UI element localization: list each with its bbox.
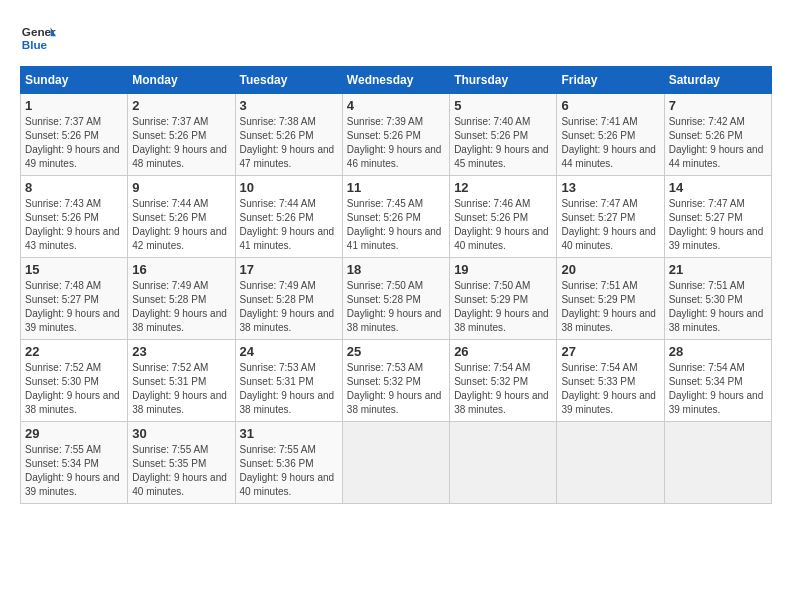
day-info: Sunrise: 7:51 AM Sunset: 5:30 PM Dayligh… — [669, 279, 767, 335]
calendar-cell: 9Sunrise: 7:44 AM Sunset: 5:26 PM Daylig… — [128, 176, 235, 258]
calendar-cell: 29Sunrise: 7:55 AM Sunset: 5:34 PM Dayli… — [21, 422, 128, 504]
calendar-cell: 6Sunrise: 7:41 AM Sunset: 5:26 PM Daylig… — [557, 94, 664, 176]
day-info: Sunrise: 7:54 AM Sunset: 5:34 PM Dayligh… — [669, 361, 767, 417]
calendar-cell: 4Sunrise: 7:39 AM Sunset: 5:26 PM Daylig… — [342, 94, 449, 176]
svg-text:Blue: Blue — [22, 38, 48, 51]
day-info: Sunrise: 7:47 AM Sunset: 5:27 PM Dayligh… — [561, 197, 659, 253]
calendar-cell: 22Sunrise: 7:52 AM Sunset: 5:30 PM Dayli… — [21, 340, 128, 422]
logo: General Blue — [20, 20, 56, 56]
calendar-cell: 19Sunrise: 7:50 AM Sunset: 5:29 PM Dayli… — [450, 258, 557, 340]
calendar-cell: 14Sunrise: 7:47 AM Sunset: 5:27 PM Dayli… — [664, 176, 771, 258]
day-number: 11 — [347, 180, 445, 195]
calendar-cell: 18Sunrise: 7:50 AM Sunset: 5:28 PM Dayli… — [342, 258, 449, 340]
calendar-cell — [557, 422, 664, 504]
day-info: Sunrise: 7:45 AM Sunset: 5:26 PM Dayligh… — [347, 197, 445, 253]
day-number: 13 — [561, 180, 659, 195]
day-number: 29 — [25, 426, 123, 441]
day-number: 1 — [25, 98, 123, 113]
day-info: Sunrise: 7:55 AM Sunset: 5:34 PM Dayligh… — [25, 443, 123, 499]
calendar-cell — [664, 422, 771, 504]
day-number: 27 — [561, 344, 659, 359]
calendar-cell: 17Sunrise: 7:49 AM Sunset: 5:28 PM Dayli… — [235, 258, 342, 340]
calendar-cell: 5Sunrise: 7:40 AM Sunset: 5:26 PM Daylig… — [450, 94, 557, 176]
col-header-thursday: Thursday — [450, 67, 557, 94]
day-number: 26 — [454, 344, 552, 359]
col-header-friday: Friday — [557, 67, 664, 94]
day-info: Sunrise: 7:49 AM Sunset: 5:28 PM Dayligh… — [132, 279, 230, 335]
day-info: Sunrise: 7:51 AM Sunset: 5:29 PM Dayligh… — [561, 279, 659, 335]
calendar-cell: 13Sunrise: 7:47 AM Sunset: 5:27 PM Dayli… — [557, 176, 664, 258]
day-info: Sunrise: 7:42 AM Sunset: 5:26 PM Dayligh… — [669, 115, 767, 171]
day-info: Sunrise: 7:49 AM Sunset: 5:28 PM Dayligh… — [240, 279, 338, 335]
calendar-table: SundayMondayTuesdayWednesdayThursdayFrid… — [20, 66, 772, 504]
calendar-cell — [342, 422, 449, 504]
day-info: Sunrise: 7:54 AM Sunset: 5:32 PM Dayligh… — [454, 361, 552, 417]
day-number: 16 — [132, 262, 230, 277]
day-number: 24 — [240, 344, 338, 359]
day-info: Sunrise: 7:55 AM Sunset: 5:36 PM Dayligh… — [240, 443, 338, 499]
day-number: 9 — [132, 180, 230, 195]
col-header-wednesday: Wednesday — [342, 67, 449, 94]
day-number: 23 — [132, 344, 230, 359]
calendar-cell: 15Sunrise: 7:48 AM Sunset: 5:27 PM Dayli… — [21, 258, 128, 340]
day-number: 28 — [669, 344, 767, 359]
day-number: 15 — [25, 262, 123, 277]
col-header-tuesday: Tuesday — [235, 67, 342, 94]
calendar-cell: 24Sunrise: 7:53 AM Sunset: 5:31 PM Dayli… — [235, 340, 342, 422]
day-number: 2 — [132, 98, 230, 113]
day-info: Sunrise: 7:41 AM Sunset: 5:26 PM Dayligh… — [561, 115, 659, 171]
calendar-cell: 7Sunrise: 7:42 AM Sunset: 5:26 PM Daylig… — [664, 94, 771, 176]
calendar-cell: 21Sunrise: 7:51 AM Sunset: 5:30 PM Dayli… — [664, 258, 771, 340]
col-header-sunday: Sunday — [21, 67, 128, 94]
calendar-cell: 26Sunrise: 7:54 AM Sunset: 5:32 PM Dayli… — [450, 340, 557, 422]
day-number: 6 — [561, 98, 659, 113]
day-number: 20 — [561, 262, 659, 277]
logo-icon: General Blue — [20, 20, 56, 56]
day-info: Sunrise: 7:46 AM Sunset: 5:26 PM Dayligh… — [454, 197, 552, 253]
day-info: Sunrise: 7:50 AM Sunset: 5:29 PM Dayligh… — [454, 279, 552, 335]
calendar-cell: 28Sunrise: 7:54 AM Sunset: 5:34 PM Dayli… — [664, 340, 771, 422]
day-number: 14 — [669, 180, 767, 195]
day-number: 19 — [454, 262, 552, 277]
day-number: 25 — [347, 344, 445, 359]
page-header: General Blue — [20, 20, 772, 56]
day-info: Sunrise: 7:44 AM Sunset: 5:26 PM Dayligh… — [240, 197, 338, 253]
calendar-cell: 31Sunrise: 7:55 AM Sunset: 5:36 PM Dayli… — [235, 422, 342, 504]
calendar-cell: 1Sunrise: 7:37 AM Sunset: 5:26 PM Daylig… — [21, 94, 128, 176]
day-number: 4 — [347, 98, 445, 113]
day-number: 7 — [669, 98, 767, 113]
day-number: 5 — [454, 98, 552, 113]
day-number: 31 — [240, 426, 338, 441]
calendar-cell: 20Sunrise: 7:51 AM Sunset: 5:29 PM Dayli… — [557, 258, 664, 340]
calendar-cell: 23Sunrise: 7:52 AM Sunset: 5:31 PM Dayli… — [128, 340, 235, 422]
day-info: Sunrise: 7:52 AM Sunset: 5:31 PM Dayligh… — [132, 361, 230, 417]
day-info: Sunrise: 7:54 AM Sunset: 5:33 PM Dayligh… — [561, 361, 659, 417]
day-number: 18 — [347, 262, 445, 277]
day-info: Sunrise: 7:47 AM Sunset: 5:27 PM Dayligh… — [669, 197, 767, 253]
day-number: 3 — [240, 98, 338, 113]
day-info: Sunrise: 7:53 AM Sunset: 5:31 PM Dayligh… — [240, 361, 338, 417]
day-number: 12 — [454, 180, 552, 195]
calendar-cell: 25Sunrise: 7:53 AM Sunset: 5:32 PM Dayli… — [342, 340, 449, 422]
day-info: Sunrise: 7:37 AM Sunset: 5:26 PM Dayligh… — [132, 115, 230, 171]
col-header-saturday: Saturday — [664, 67, 771, 94]
calendar-cell: 3Sunrise: 7:38 AM Sunset: 5:26 PM Daylig… — [235, 94, 342, 176]
day-info: Sunrise: 7:55 AM Sunset: 5:35 PM Dayligh… — [132, 443, 230, 499]
calendar-cell — [450, 422, 557, 504]
day-number: 8 — [25, 180, 123, 195]
day-number: 30 — [132, 426, 230, 441]
calendar-cell: 8Sunrise: 7:43 AM Sunset: 5:26 PM Daylig… — [21, 176, 128, 258]
calendar-cell: 11Sunrise: 7:45 AM Sunset: 5:26 PM Dayli… — [342, 176, 449, 258]
col-header-monday: Monday — [128, 67, 235, 94]
day-number: 21 — [669, 262, 767, 277]
day-info: Sunrise: 7:37 AM Sunset: 5:26 PM Dayligh… — [25, 115, 123, 171]
day-info: Sunrise: 7:48 AM Sunset: 5:27 PM Dayligh… — [25, 279, 123, 335]
calendar-cell: 12Sunrise: 7:46 AM Sunset: 5:26 PM Dayli… — [450, 176, 557, 258]
calendar-cell: 27Sunrise: 7:54 AM Sunset: 5:33 PM Dayli… — [557, 340, 664, 422]
calendar-cell: 10Sunrise: 7:44 AM Sunset: 5:26 PM Dayli… — [235, 176, 342, 258]
day-number: 17 — [240, 262, 338, 277]
day-number: 22 — [25, 344, 123, 359]
day-info: Sunrise: 7:44 AM Sunset: 5:26 PM Dayligh… — [132, 197, 230, 253]
day-info: Sunrise: 7:40 AM Sunset: 5:26 PM Dayligh… — [454, 115, 552, 171]
day-number: 10 — [240, 180, 338, 195]
